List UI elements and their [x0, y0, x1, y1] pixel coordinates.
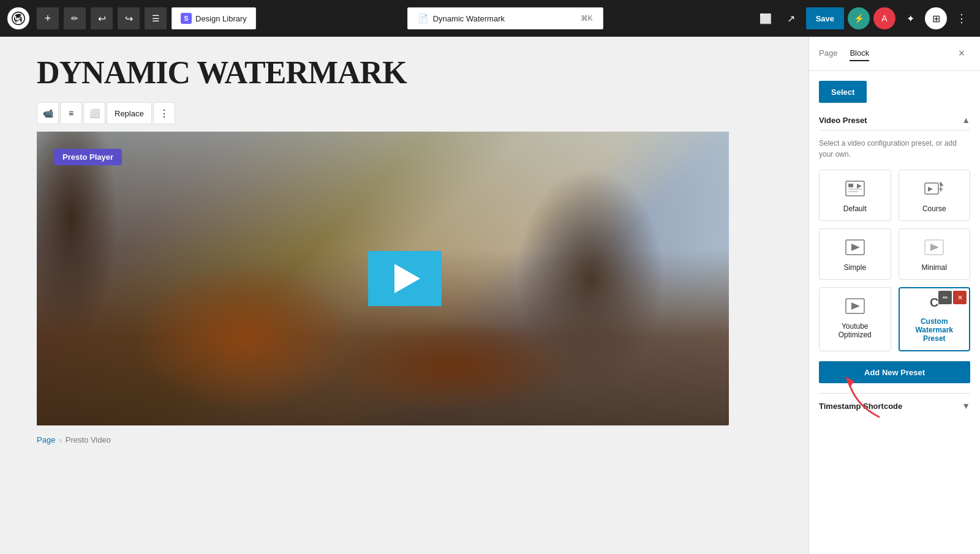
preset-youtube-label: Youtube Optimized	[839, 322, 872, 339]
breadcrumb-video: Presto Video	[66, 435, 111, 444]
close-sidebar-button[interactable]: ×	[953, 45, 970, 62]
svg-marker-14	[851, 302, 860, 310]
document-title-left: 📄 Dynamic Watermark	[418, 13, 505, 23]
sidebar-tabs: Page Block	[819, 46, 869, 61]
user-icon[interactable]: A	[873, 7, 895, 29]
undo-button[interactable]: ↩	[91, 7, 113, 29]
video-block: Presto Player	[37, 132, 729, 425]
more-options-button[interactable]: ⋮	[951, 7, 973, 29]
align-tool-button[interactable]: ≡	[60, 102, 82, 124]
document-title: Dynamic Watermark	[433, 14, 505, 23]
svg-marker-4	[857, 184, 862, 189]
add-block-button[interactable]: +	[37, 7, 59, 29]
preset-default-label: Default	[843, 204, 867, 213]
svg-rect-1	[848, 184, 853, 187]
main-layout: DYNAMIC WATERMARK 📹 ≡ ⬜ Replace ⋮ Presto…	[0, 37, 980, 554]
preset-action-icons: ✏ ✕	[938, 291, 967, 304]
video-preset-section-header: Video Preset ▲	[819, 115, 970, 130]
replace-button[interactable]: Replace	[107, 102, 152, 124]
breadcrumb-page-link[interactable]: Page	[37, 435, 55, 444]
timestamp-section: Timestamp Shortcode ▼	[819, 393, 970, 411]
preset-edit-icon[interactable]: ✏	[938, 291, 952, 304]
preset-default-icon	[840, 178, 870, 200]
settings-panel-button[interactable]: ⊞	[925, 7, 947, 29]
list-view-button[interactable]: ☰	[145, 7, 167, 29]
preset-simple[interactable]: Simple	[819, 228, 891, 280]
caption-tool-button[interactable]: ⬜	[83, 102, 105, 124]
design-library-button[interactable]: S Design Library	[172, 7, 256, 29]
tab-block[interactable]: Block	[850, 46, 869, 61]
breadcrumb-separator: ›	[59, 435, 61, 444]
timestamp-toggle[interactable]: ▼	[962, 401, 970, 411]
svg-marker-10	[851, 244, 860, 251]
breadcrumb: Page › Presto Video	[37, 435, 772, 444]
preset-youtube[interactable]: Youtube Optimized	[819, 287, 891, 351]
save-button[interactable]: Save	[806, 7, 844, 29]
right-actions: ⬜ ↗ Save ⚡ A ✦ ⊞ ⋮	[755, 7, 973, 29]
sidebar-header: Page Block ×	[809, 37, 980, 71]
preset-simple-label: Simple	[843, 263, 866, 272]
timestamp-section-header: Timestamp Shortcode ▼	[819, 401, 970, 411]
preset-custom-letter: C	[930, 296, 938, 310]
preset-course-label: Course	[922, 204, 946, 213]
preset-default[interactable]: Default	[819, 170, 891, 221]
svg-rect-2	[848, 189, 862, 190]
design-library-label: Design Library	[195, 14, 247, 23]
center-area: 📄 Dynamic Watermark ⌘K	[261, 7, 750, 29]
svg-marker-6	[928, 187, 933, 192]
document-title-bar[interactable]: 📄 Dynamic Watermark ⌘K	[407, 7, 603, 29]
preset-youtube-icon	[840, 295, 870, 317]
preset-minimal[interactable]: Minimal	[899, 228, 971, 280]
preview-button[interactable]: ⬜	[755, 7, 777, 29]
video-preset-description: Select a video configuration preset, or …	[819, 138, 970, 160]
top-bar: + ✏ ↩ ↪ ☰ S Design Library 📄 Dynamic Wat…	[0, 0, 980, 37]
presto-player-badge: Presto Player	[54, 149, 122, 165]
preset-custom-label: Custom Watermark Preset	[915, 317, 953, 343]
preset-course-icon	[919, 178, 949, 200]
play-button[interactable]	[368, 251, 442, 306]
preset-grid: Default Course	[819, 170, 970, 351]
tab-page[interactable]: Page	[819, 46, 837, 61]
tools-button[interactable]: ✏	[64, 7, 86, 29]
jetpack-icon[interactable]: ⚡	[848, 7, 870, 29]
document-icon: 📄	[418, 13, 428, 23]
video-preset-title: Video Preset	[819, 116, 867, 125]
block-toolbar: 📹 ≡ ⬜ Replace ⋮	[37, 102, 772, 124]
preset-minimal-label: Minimal	[922, 263, 947, 272]
timestamp-title: Timestamp Shortcode	[819, 402, 902, 411]
more-block-tools-button[interactable]: ⋮	[153, 102, 175, 124]
play-triangle-icon	[394, 264, 420, 293]
video-preset-toggle[interactable]: ▲	[962, 115, 970, 125]
view-site-button[interactable]: ↗	[780, 7, 802, 29]
right-sidebar: Page Block × Select Video Preset ▲ Selec…	[809, 37, 980, 554]
ai-button[interactable]: ✦	[899, 7, 921, 29]
preset-delete-icon[interactable]: ✕	[953, 291, 967, 304]
preset-minimal-icon	[919, 236, 949, 258]
select-button[interactable]: Select	[819, 81, 867, 103]
editor-area: DYNAMIC WATERMARK 📹 ≡ ⬜ Replace ⋮ Presto…	[0, 37, 809, 554]
add-preset-button[interactable]: Add New Preset	[819, 361, 970, 383]
design-library-icon: S	[181, 13, 192, 24]
wordpress-logo[interactable]	[7, 7, 29, 29]
svg-marker-12	[930, 244, 939, 251]
svg-rect-3	[848, 191, 858, 192]
preset-course[interactable]: Course	[899, 170, 971, 221]
video-tool-button[interactable]: 📹	[37, 102, 59, 124]
sidebar-content: Select Video Preset ▲ Select a video con…	[809, 71, 980, 554]
play-button-area[interactable]	[368, 251, 442, 306]
page-title: DYNAMIC WATERMARK	[37, 55, 772, 90]
preset-custom[interactable]: ✏ ✕ C Custom Watermark Preset	[899, 287, 971, 351]
preset-simple-icon	[840, 236, 870, 258]
redo-button[interactable]: ↪	[118, 7, 140, 29]
keyboard-shortcut: ⌘K	[581, 14, 593, 23]
